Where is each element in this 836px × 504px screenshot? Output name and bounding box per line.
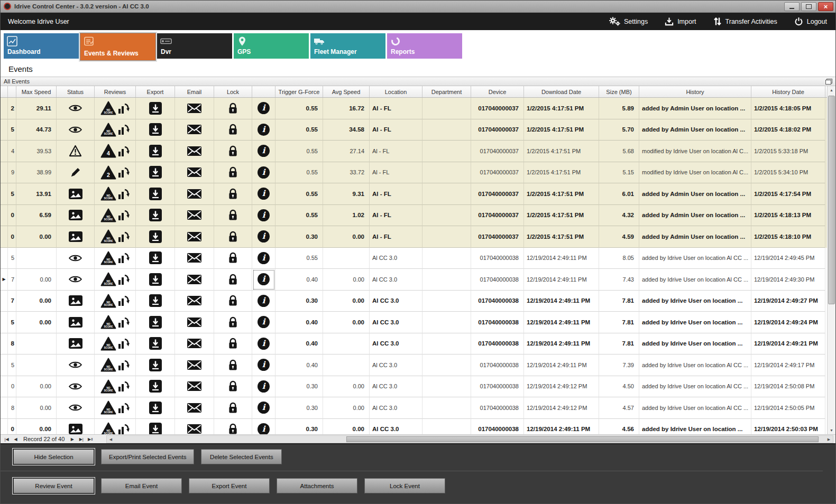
cell-export[interactable] [136,248,175,269]
cell-info[interactable] [252,98,275,119]
header-trigger-g-force[interactable]: Trigger G-Force [275,86,323,97]
cell-reviews[interactable]: NO SCORE [95,376,136,398]
cell-info[interactable] [252,291,275,312]
cell-info[interactable] [252,269,275,291]
cell-status[interactable] [57,333,95,355]
cell-lock[interactable] [214,376,252,398]
lock-event-button[interactable]: Lock Event [364,478,445,493]
cell-email[interactable] [175,397,214,419]
cell-info[interactable] [252,333,275,355]
cell-export[interactable] [136,376,175,398]
export-print-selected-events-button[interactable]: Export/Print Selected Events [101,449,194,464]
header-size-mb[interactable]: Size (MB) [599,86,639,97]
table-row[interactable]: 5 0.00 NO SCORE [1,312,827,333]
cell-reviews[interactable]: NO SCORE [95,333,136,355]
header-info[interactable] [252,86,275,97]
cell-email[interactable] [175,162,214,184]
email-event-button[interactable]: Email Event [101,478,182,493]
cell-export[interactable] [136,226,175,248]
cell-lock[interactable] [214,119,252,141]
scroll-right-icon[interactable] [825,436,833,443]
horizontal-scroll-thumb[interactable] [346,436,818,442]
table-row[interactable]: 2 29.11 NO SCORE [1,98,827,119]
header-lock[interactable]: Lock [214,86,252,97]
cell-email[interactable] [175,226,214,248]
cell-email[interactable] [175,119,214,141]
tab-dvr[interactable]: Dvr [157,33,232,59]
cell-reviews[interactable]: NO SCORE [95,291,136,312]
header-department[interactable]: Department [422,86,471,97]
minimize-button[interactable] [784,2,800,11]
header-history-date[interactable]: History Date [751,86,825,97]
close-button[interactable] [818,2,833,11]
horizontal-scrollbar[interactable] [106,435,833,443]
table-row[interactable]: 7 0.00 NO SCORE [1,291,827,312]
cell-email[interactable] [175,419,214,435]
cell-email[interactable] [175,333,214,355]
tab-events-reviews[interactable]: Events & Reviews [80,33,155,60]
cell-export[interactable] [136,397,175,419]
table-row[interactable]: 4 39.53 4 [1,141,827,162]
table-row[interactable]: 5 NO SCORE [1,354,827,376]
cell-export[interactable] [136,119,175,141]
header-device[interactable]: Device [471,86,524,97]
cell-info[interactable] [252,162,275,184]
scroll-left-icon[interactable] [107,436,115,443]
cell-lock[interactable] [214,98,252,119]
header-location[interactable]: Location [370,86,422,97]
tab-reports[interactable]: Reports [387,33,462,59]
cell-lock[interactable] [214,397,252,419]
table-row[interactable]: 0 0.00 NO SCORE [1,419,827,435]
cell-info[interactable] [252,119,275,141]
cell-reviews[interactable]: NO SCORE [95,397,136,419]
settings-button[interactable]: Settings [609,16,648,26]
cell-info[interactable] [252,141,275,162]
cell-reviews[interactable]: NO SCORE [95,419,136,435]
cell-reviews[interactable]: 2 [95,162,136,184]
cell-status[interactable] [57,419,95,435]
cell-reviews[interactable]: NO SCORE [95,98,136,119]
import-button[interactable]: Import [665,17,696,26]
scroll-up-icon[interactable] [828,86,835,94]
next-record-button[interactable] [68,435,77,443]
cell-info[interactable] [252,397,275,419]
review-event-button[interactable]: Review Event [13,478,94,493]
cell-export[interactable] [136,269,175,291]
header-history[interactable]: History [639,86,751,97]
cell-email[interactable] [175,354,214,376]
cell-info[interactable] [252,205,275,227]
cell-email[interactable] [175,269,214,291]
cell-reviews[interactable]: NO SCORE [95,354,136,376]
cell-status[interactable] [57,291,95,312]
vertical-scrollbar[interactable] [827,86,835,434]
table-row[interactable]: ▶ 7 0.00 NO SCORE [1,269,827,291]
cell-lock[interactable] [214,419,252,435]
cell-info[interactable] [252,312,275,333]
transfer-activities-button[interactable]: Transfer Activities [713,17,777,26]
table-row[interactable]: 0 0.00 NO SCORE [1,376,827,398]
table-row[interactable]: 8 NO SCORE [1,333,827,355]
cell-lock[interactable] [214,183,252,205]
cell-status[interactable] [57,397,95,419]
cell-reviews[interactable]: NO SCORE [95,226,136,248]
cell-status[interactable] [57,312,95,333]
cell-export[interactable] [136,291,175,312]
cell-email[interactable] [175,183,214,205]
cell-reviews[interactable]: NO SCORE [95,269,136,291]
cell-reviews[interactable]: NO SCORE [95,119,136,141]
cell-status[interactable] [57,119,95,141]
tab-gps[interactable]: GPS [234,33,309,59]
header-max-speed[interactable]: Max Speed [16,86,57,97]
cell-status[interactable] [57,141,95,162]
cell-lock[interactable] [214,354,252,376]
cell-lock[interactable] [214,312,252,333]
cell-email[interactable] [175,312,214,333]
logout-button[interactable]: Logout [794,17,827,26]
cell-export[interactable] [136,419,175,435]
cell-status[interactable] [57,248,95,269]
cell-export[interactable] [136,183,175,205]
cell-info[interactable] [252,248,275,269]
cell-export[interactable] [136,312,175,333]
table-row[interactable]: 5 44.73 NO SCORE [1,119,827,141]
cell-info[interactable] [252,226,275,248]
